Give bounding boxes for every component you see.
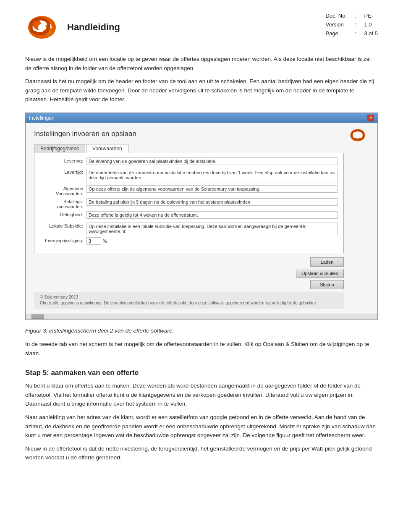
label-betaling: Betalings-voorwaarden:	[40, 198, 86, 209]
form-row-subsidie: Lokale Subsidie: Op deze installatie is …	[40, 223, 338, 235]
page-title: Handleiding	[67, 22, 120, 33]
form-row-algemene: Algemene Voorwaarden: Op deze offerte zi…	[40, 185, 338, 196]
header-meta: Doc. No. : PE- Version : 1.0 Page : 3 of…	[325, 13, 378, 37]
sluiten-button[interactable]: Sluiten	[310, 280, 344, 289]
body-para3: In de tweede tab van het scherm is het m…	[25, 340, 378, 358]
dialog-close-button[interactable]: ✕	[367, 115, 374, 121]
doc-label: Doc. No.	[325, 13, 351, 19]
label-algemene: Algemene Voorwaarden:	[40, 185, 86, 196]
page-row: Page : 3 of 5	[325, 30, 378, 37]
version-colon: :	[355, 21, 360, 28]
label-levertijd: Levertijd:	[40, 169, 86, 175]
version-label: Version	[325, 21, 351, 28]
form-row-energie: Energieprijsstijging: %	[40, 237, 338, 246]
input-subsidie[interactable]: Op deze installatie is een lokale subsid…	[86, 223, 338, 235]
figure-caption: Figuur 3: instellingenscherm deel 2 van …	[25, 328, 378, 334]
input-geldigheid[interactable]: Deze offerte is geldig tot 4 weken na de…	[86, 211, 338, 219]
dialog-titlebar: Instellingen ✕	[26, 113, 377, 123]
version-value: 1.0	[364, 21, 372, 28]
doc-colon: :	[355, 13, 360, 19]
hscroll-thumb[interactable]	[31, 314, 44, 319]
input-levering[interactable]: De levering van de goederen zal plaatsvi…	[86, 157, 338, 165]
dialog-footer: © Solarcentury 2013 Check alle gegevens …	[34, 292, 344, 309]
label-levering: Levering:	[40, 157, 86, 163]
footer-logo: © Solarcentury 2013	[40, 295, 338, 299]
dialog-body: Instellingen invoeren en opslaan Bedrijf…	[26, 123, 377, 314]
tab-bedrijfsgegevens[interactable]: Bedrijfsgegevens	[34, 144, 85, 153]
body-para2: Daarnaast is het nu mogelijk om de heade…	[25, 77, 378, 104]
tab-voorwaarden[interactable]: Voorwaarden	[86, 144, 128, 153]
section5-heading: Stap 5: aanmaken van een offerte	[25, 369, 378, 377]
dialog-logo	[348, 127, 367, 143]
page: Handleiding Doc. No. : PE- Version : 1.0…	[0, 0, 403, 483]
header: Handleiding Doc. No. : PE- Version : 1.0…	[25, 13, 378, 42]
input-betaling[interactable]: De betaling zal uiterlijk 9 dagen na de …	[86, 198, 338, 206]
body-para1: Nieuw is de mogelijkheid om een locatie …	[25, 55, 378, 73]
opslaan-sluiten-button[interactable]: Opslaan & Sluiten	[296, 269, 344, 278]
section5-para2: Naar aanleiding van het adres van de kla…	[25, 413, 378, 440]
header-left: Handleiding	[25, 13, 120, 42]
dialog-title: Instellingen	[29, 115, 55, 121]
section5-para3: Nieuw in de offertetool is dat de netto …	[25, 444, 378, 462]
page-value: 3 of 5	[364, 30, 378, 37]
label-subsidie: Lokale Subsidie:	[40, 223, 86, 228]
input-energie[interactable]	[86, 237, 101, 245]
input-row-energie: %	[86, 237, 107, 245]
input-algemene[interactable]: Op deze offerte zijn de algemene voorwaa…	[86, 185, 338, 193]
section5-para1: Nu bent u klaar om offertes aan te maken…	[25, 381, 378, 409]
form-row-betaling: Betalings-voorwaarden: De betaling zal u…	[40, 198, 338, 209]
doc-value: PE-	[364, 13, 373, 19]
page-label: Page	[325, 30, 351, 37]
label-geldigheid: Geldigheid:	[40, 211, 86, 217]
energie-unit: %	[103, 238, 107, 244]
laden-button[interactable]: Laden	[310, 257, 344, 267]
company-logo	[25, 13, 59, 42]
form-row-levertijd: Levertijd: De onderdelen van de zonnestr…	[40, 169, 338, 183]
version-row: Version : 1.0	[325, 21, 378, 28]
form-row-levering: Levering: De levering van de goederen za…	[40, 157, 338, 167]
dialog-screenshot: Instellingen ✕ Instellingen invoeren en …	[25, 113, 378, 320]
input-levertijd[interactable]: De onderdelen van de zonnestroomminstall…	[86, 169, 338, 183]
doc-row: Doc. No. : PE-	[325, 13, 378, 19]
form-area: Levering: De levering van de goederen za…	[34, 153, 344, 253]
dialog-main-title: Instellingen invoeren en opslaan	[34, 130, 344, 138]
page-colon: :	[355, 30, 360, 37]
svg-point-4	[39, 25, 45, 29]
form-row-geldigheid: Geldigheid: Deze offerte is geldig tot 4…	[40, 211, 338, 220]
svg-point-6	[356, 134, 360, 137]
footer-text: Check alle gegevens nauwkeurig. De veran…	[40, 300, 338, 306]
horizontal-scrollbar[interactable]	[26, 314, 377, 320]
label-energie: Energieprijsstijging:	[40, 237, 86, 243]
tabs-row: Bedrijfsgegevens Voorwaarden	[34, 144, 344, 153]
